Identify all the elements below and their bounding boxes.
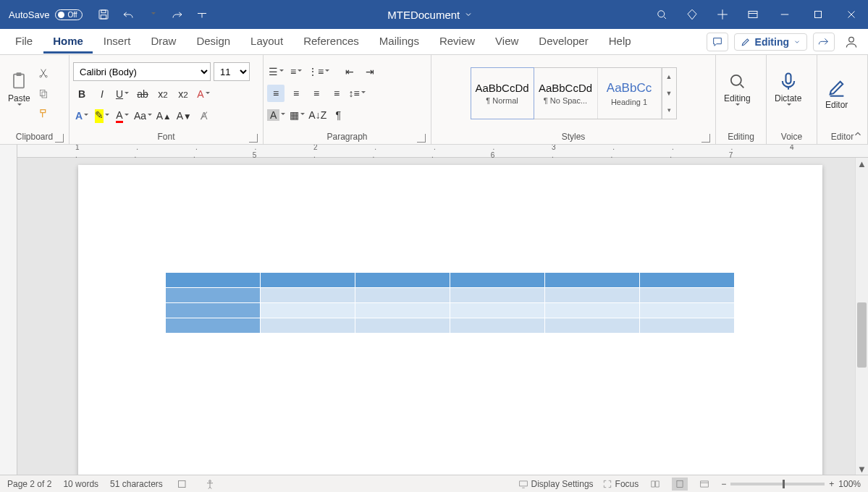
document-table[interactable] [165, 272, 735, 334]
line-spacing-button[interactable]: ↕≡ [348, 85, 366, 102]
save-icon[interactable] [91, 0, 116, 29]
tab-review[interactable]: Review [430, 30, 484, 54]
styles-gallery[interactable]: AaBbCcDd¶ Normal AaBbCcDd¶ No Spac... Aa… [471, 67, 677, 119]
editor-button[interactable]: Editor [821, 76, 852, 111]
highlight-button[interactable]: ✎ [93, 107, 111, 124]
print-layout-button[interactable] [672, 478, 688, 491]
change-case-button[interactable]: Aa [134, 107, 152, 124]
tab-mailings[interactable]: Mailings [370, 30, 429, 54]
gallery-up[interactable]: ▲ [662, 68, 676, 85]
paste-button[interactable]: Paste [4, 69, 35, 117]
italic-button[interactable]: I [93, 85, 111, 103]
search-icon[interactable] [646, 0, 677, 29]
web-layout-button[interactable] [696, 478, 712, 491]
spellcheck-icon[interactable] [174, 478, 190, 491]
undo-dropdown[interactable] [140, 0, 165, 29]
close-button[interactable] [835, 8, 868, 21]
editing-button[interactable]: Editing [720, 69, 755, 117]
zoom-in-button[interactable]: + [829, 479, 834, 489]
align-center-button[interactable]: ≡ [287, 85, 305, 102]
shading-button[interactable]: A [267, 106, 285, 124]
increase-indent-button[interactable]: ⇥ [361, 63, 379, 80]
font-size-combo[interactable]: 11 [214, 62, 250, 81]
strikethrough-button[interactable]: ab [134, 85, 151, 103]
format-painter-icon[interactable] [35, 105, 52, 122]
font-family-combo[interactable]: Calibri (Body) [73, 62, 211, 81]
maximize-button[interactable] [801, 8, 835, 21]
align-right-button[interactable]: ≡ [308, 85, 325, 102]
text-fill-button[interactable]: A [73, 107, 90, 124]
decrease-indent-button[interactable]: ⇤ [341, 63, 358, 80]
align-left-button[interactable]: ≡ [267, 85, 285, 102]
bullet-list-button[interactable]: ☰ [267, 63, 285, 80]
borders-button[interactable]: ▦ [288, 106, 306, 124]
paragraph-launcher[interactable] [417, 134, 426, 143]
read-mode-button[interactable] [647, 478, 663, 491]
dictate-button[interactable]: Dictate [770, 69, 806, 117]
clipboard-launcher[interactable] [55, 134, 64, 143]
autosave-switch[interactable]: Off [55, 9, 82, 20]
multilevel-list-button[interactable]: ⋮≡ [308, 63, 329, 80]
account-icon[interactable] [840, 33, 862, 51]
qat-customize-icon[interactable] [190, 0, 214, 29]
tab-references[interactable]: References [294, 30, 368, 54]
scroll-thumb[interactable] [857, 302, 867, 368]
style-nospacing[interactable]: AaBbCcDd¶ No Spac... [534, 68, 598, 119]
number-list-button[interactable]: ≡ [287, 63, 305, 80]
gallery-down[interactable]: ▼ [662, 85, 676, 101]
zoom-level[interactable]: 100% [838, 479, 861, 489]
font-launcher[interactable] [249, 134, 258, 143]
grow-font-button[interactable]: A▲ [155, 107, 172, 124]
vertical-scrollbar[interactable]: ▲ ▼ [855, 158, 868, 475]
styles-launcher[interactable] [701, 134, 710, 143]
text-effects-button[interactable]: A [195, 85, 212, 103]
underline-button[interactable]: U [114, 85, 131, 103]
zoom-out-button[interactable]: − [721, 479, 726, 489]
style-normal[interactable]: AaBbCcDd¶ Normal [471, 67, 534, 119]
sparkle-icon[interactable] [707, 0, 738, 29]
char-count[interactable]: 51 characters [110, 479, 163, 489]
word-count[interactable]: 10 words [63, 479, 98, 489]
document-page[interactable] [78, 165, 822, 475]
redo-icon[interactable] [165, 0, 190, 29]
sort-button[interactable]: A↓Z [308, 106, 326, 124]
accessibility-icon[interactable] [202, 478, 218, 491]
autosave-control[interactable]: AutoSave Off [0, 9, 91, 20]
collapse-ribbon-button[interactable] [853, 129, 863, 141]
undo-icon[interactable] [116, 0, 140, 29]
tab-draw[interactable]: Draw [141, 30, 185, 54]
tab-view[interactable]: View [486, 30, 528, 54]
tab-design[interactable]: Design [187, 30, 240, 54]
share-button[interactable] [813, 33, 835, 51]
superscript-button[interactable]: x2 [174, 85, 192, 103]
tab-developer[interactable]: Developer [529, 30, 597, 54]
show-marks-button[interactable]: ¶ [329, 106, 347, 124]
diamond-icon[interactable] [677, 0, 707, 29]
focus-button[interactable]: Focus [602, 479, 639, 489]
justify-button[interactable]: ≡ [328, 85, 345, 102]
display-settings-button[interactable]: Display Settings [518, 479, 594, 489]
zoom-slider[interactable] [730, 483, 825, 485]
copy-icon[interactable] [35, 85, 52, 102]
gallery-more[interactable]: ▾ [662, 102, 676, 119]
tab-help[interactable]: Help [599, 30, 641, 54]
chevron-down-icon[interactable] [464, 10, 473, 19]
tab-insert[interactable]: Insert [94, 30, 140, 54]
scroll-down-icon[interactable]: ▼ [856, 463, 868, 475]
cut-icon[interactable] [35, 64, 52, 82]
clear-formatting-button[interactable]: A̸ [195, 107, 213, 124]
tab-layout[interactable]: Layout [241, 30, 292, 54]
ribbon-layout-icon[interactable] [738, 0, 768, 29]
scroll-up-icon[interactable]: ▲ [856, 158, 868, 169]
page-status[interactable]: Page 2 of 2 [7, 479, 51, 489]
bold-button[interactable]: B [73, 85, 90, 103]
subscript-button[interactable]: x2 [154, 85, 172, 103]
minimize-button[interactable] [768, 8, 801, 21]
font-color-button[interactable]: A [114, 107, 131, 124]
shrink-font-button[interactable]: A▼ [175, 107, 193, 124]
editing-mode-button[interactable]: Editing [734, 33, 807, 51]
comments-button[interactable] [707, 33, 728, 51]
tab-home[interactable]: Home [43, 30, 93, 54]
tab-file[interactable]: File [6, 30, 42, 54]
style-heading1[interactable]: AaBbCcHeading 1 [598, 68, 662, 119]
